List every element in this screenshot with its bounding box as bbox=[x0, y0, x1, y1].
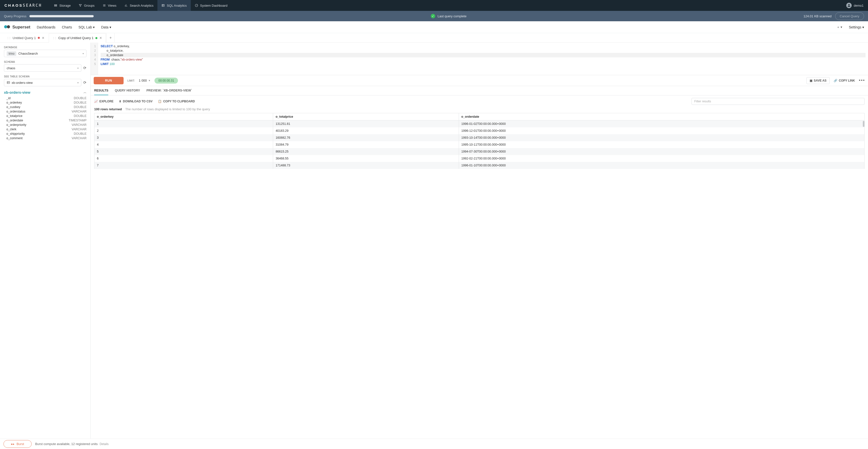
nav-sql-analytics[interactable]: SQL Analytics bbox=[157, 0, 191, 11]
add-menu[interactable]: ＋ ▾ bbox=[837, 25, 842, 29]
save-as-button[interactable]: ▣ SAVE AS bbox=[806, 77, 830, 84]
link-icon: 🔗 bbox=[834, 79, 837, 82]
burst-button[interactable]: ▸▸ Burst bbox=[3, 440, 32, 448]
chevron-down-icon: ▾ bbox=[83, 52, 84, 55]
schema-column-row[interactable]: o_orderdateTIMESTAMP bbox=[4, 118, 87, 123]
limit-label: LIMIT: bbox=[127, 79, 135, 82]
user-avatar-icon bbox=[846, 3, 852, 8]
superset-header: Superset Dashboards Charts SQL Lab ▾ Dat… bbox=[0, 21, 868, 33]
tab-preview[interactable]: PREVIEW: `XB-ORDERS-VIEW` bbox=[147, 86, 192, 95]
add-tab-button[interactable]: ＋ bbox=[106, 33, 115, 42]
table-tree-header[interactable]: xb-orders-view ︿ bbox=[4, 90, 87, 94]
nav-groups[interactable]: Groups bbox=[75, 0, 99, 11]
tab-untitled-query-1[interactable]: ⋮⋮ Untitled Query 1 ✕ bbox=[3, 33, 48, 42]
nav-dashboards[interactable]: Dashboards bbox=[37, 25, 56, 29]
nav-system-dashboard[interactable]: System Dashboard bbox=[191, 0, 231, 11]
table-cell: 1994-07-30T00:00:00.000+0000 bbox=[459, 148, 864, 155]
table-header[interactable]: o_totalprice bbox=[273, 113, 459, 120]
column-name: o_orderdate bbox=[6, 119, 23, 122]
list-icon bbox=[102, 4, 106, 7]
table-row[interactable]: 7171488.731996-01-10T00:00:00.000+0000 bbox=[94, 162, 865, 169]
caret-down-icon: ▾ bbox=[110, 25, 111, 29]
download-csv-button[interactable]: ⬇ DOWNLOAD TO CSV bbox=[119, 100, 153, 103]
user-menu[interactable]: demo1 bbox=[846, 3, 864, 8]
column-type: DOUBLE bbox=[74, 105, 87, 109]
table-row[interactable]: 636468.551992-02-21T00:00:00.000+0000 bbox=[94, 155, 865, 162]
nav-sql-lab[interactable]: SQL Lab ▾ bbox=[79, 25, 95, 29]
cancel-query-button[interactable]: Cancel Query bbox=[835, 12, 864, 20]
run-button[interactable]: RUN bbox=[94, 77, 124, 84]
table-row[interactable]: 1131251.811996-01-02T00:00:00.000+0000 bbox=[94, 120, 865, 127]
drag-handle-icon[interactable]: ⋮⋮ bbox=[52, 37, 56, 39]
schema-column-row[interactable]: _idDOUBLE bbox=[4, 96, 87, 100]
refresh-table-icon[interactable]: ⟳ bbox=[83, 80, 87, 85]
schema-sidebar: DATABASE trinoChaosSearch ▾ SCHEMA chaos… bbox=[0, 42, 91, 439]
schema-column-row[interactable]: o_orderstatusVARCHAR bbox=[4, 109, 87, 114]
table-row[interactable]: 240183.291996-12-01T00:00:00.000+0000 bbox=[94, 127, 865, 134]
drag-handle-icon[interactable]: ⋮⋮ bbox=[7, 37, 11, 39]
column-type: VARCHAR bbox=[72, 137, 87, 140]
results-table-wrap[interactable]: o_orderkeyo_totalpriceo_orderdate 113125… bbox=[91, 113, 868, 439]
svg-point-4 bbox=[7, 25, 10, 28]
user-name: demo1 bbox=[854, 4, 864, 7]
database-select[interactable]: trinoChaosSearch ▾ bbox=[4, 50, 87, 57]
schema-column-row[interactable]: o_commentVARCHAR bbox=[4, 136, 87, 141]
burst-text: Burst compute available, 12 registered u… bbox=[35, 442, 98, 446]
table-row[interactable]: 586615.251994-07-30T00:00:00.000+0000 bbox=[94, 148, 865, 155]
chaossearch-logo: CHAOSSEARCH bbox=[4, 3, 42, 8]
filter-results-input[interactable]: Filter results bbox=[691, 98, 865, 105]
nav-data[interactable]: Data ▾ bbox=[101, 25, 111, 29]
nav-groups-label: Groups bbox=[84, 4, 95, 7]
svg-point-3 bbox=[4, 25, 7, 28]
close-icon[interactable]: ✕ bbox=[99, 36, 102, 40]
scrollbar-thumb[interactable] bbox=[863, 121, 865, 127]
column-name: o_orderstatus bbox=[6, 110, 25, 113]
table-cell: 36468.55 bbox=[273, 155, 459, 162]
schema-value: chaos bbox=[7, 66, 15, 70]
schema-column-row[interactable]: o_shippriorityDOUBLE bbox=[4, 131, 87, 136]
query-progress-bar: Query Progress ✓ Last query complete 124… bbox=[0, 11, 868, 21]
filter-placeholder: Filter results bbox=[694, 100, 711, 103]
table-row[interactable]: 431084.791995-10-11T00:00:00.000+0000 bbox=[94, 141, 865, 148]
refresh-schema-icon[interactable]: ⟳ bbox=[83, 66, 87, 70]
settings-menu[interactable]: Settings ▾ bbox=[849, 25, 864, 29]
copy-link-button[interactable]: 🔗 COPY LINK bbox=[834, 79, 855, 82]
schema-column-row[interactable]: o_orderkeyDOUBLE bbox=[4, 100, 87, 105]
table-header[interactable]: o_orderdate bbox=[459, 113, 864, 120]
explore-button[interactable]: 📈 EXPLORE bbox=[94, 100, 114, 103]
table-select[interactable]: xb-orders-view ▾ bbox=[4, 79, 81, 86]
more-menu-icon[interactable]: ••• bbox=[859, 78, 865, 83]
copy-clipboard-button[interactable]: 📋 COPY TO CLIPBOARD bbox=[158, 100, 195, 103]
sql-editor[interactable]: 12345 SELECT o_orderkey, o_totalprice, o… bbox=[91, 42, 868, 75]
nav-storage[interactable]: Storage bbox=[50, 0, 75, 11]
schema-column-row[interactable]: o_custkeyDOUBLE bbox=[4, 105, 87, 109]
nav-data-label: Data bbox=[101, 25, 108, 29]
burst-details-link[interactable]: Details bbox=[100, 442, 109, 446]
tab-copy-untitled-query-1[interactable]: ⋮⋮ Copy of Untitled Query 1 ✕ bbox=[49, 33, 106, 42]
caret-down-icon: ▾ bbox=[93, 25, 95, 29]
limit-select[interactable]: 1 000 ▼ bbox=[139, 79, 151, 82]
table-cell: 1995-10-11T00:00:00.000+0000 bbox=[459, 141, 864, 148]
table-header[interactable]: o_orderkey bbox=[94, 113, 273, 120]
table-row[interactable]: 3160882.761993-10-14T00:00:00.000+0000 bbox=[94, 134, 865, 141]
column-name: o_custkey bbox=[6, 105, 20, 109]
editor-code[interactable]: SELECT o_orderkey, o_totalprice, o_order… bbox=[98, 42, 868, 75]
schema-select[interactable]: chaos ▾ bbox=[4, 64, 81, 72]
settings-label: Settings bbox=[849, 25, 861, 29]
column-type: DOUBLE bbox=[74, 96, 87, 100]
save-as-label: SAVE AS bbox=[814, 79, 827, 82]
chaossearch-nav: CHAOSSEARCH Storage Groups Views Search … bbox=[0, 0, 868, 11]
schema-column-row[interactable]: o_totalpriceDOUBLE bbox=[4, 114, 87, 118]
tab-query-history[interactable]: QUERY HISTORY bbox=[115, 86, 140, 95]
schema-column-row[interactable]: o_clerkVARCHAR bbox=[4, 127, 87, 131]
download-icon: ⬇ bbox=[119, 100, 121, 103]
nav-views[interactable]: Views bbox=[99, 0, 120, 11]
status-dot-error bbox=[38, 37, 40, 39]
nav-charts[interactable]: Charts bbox=[62, 25, 72, 29]
table-cell: 1992-02-21T00:00:00.000+0000 bbox=[459, 155, 864, 162]
tab-results[interactable]: RESULTS bbox=[94, 86, 108, 95]
nav-search-analytics[interactable]: Search Analytics bbox=[120, 0, 157, 11]
superset-logo[interactable]: Superset bbox=[4, 25, 30, 30]
schema-column-row[interactable]: o_orderpriorityVARCHAR bbox=[4, 123, 87, 127]
close-icon[interactable]: ✕ bbox=[42, 36, 44, 40]
